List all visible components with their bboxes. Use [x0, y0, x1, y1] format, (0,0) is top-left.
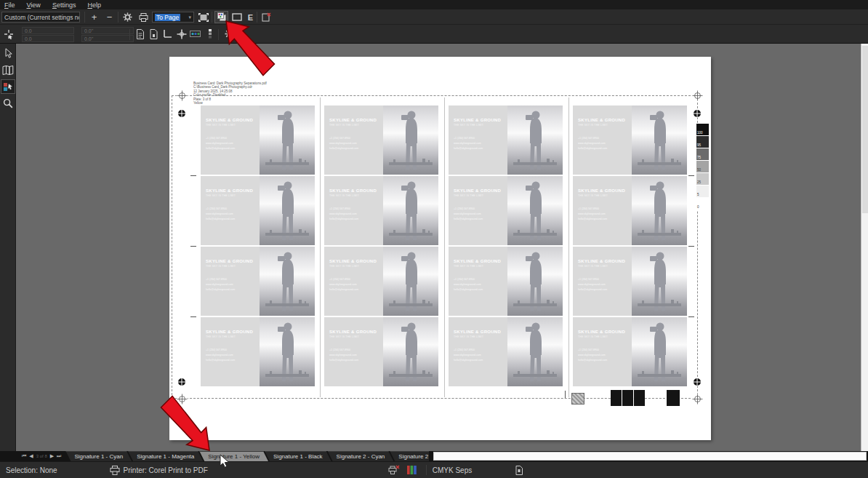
card-email: hello@skylineground.com: [206, 146, 261, 151]
tab-signature-2-cyan[interactable]: Signature 2 - Cyan: [328, 451, 394, 461]
zoom-out-button[interactable]: −: [103, 11, 116, 23]
card-phone: +1 (234) 567-8900: [578, 277, 633, 282]
mirror-button[interactable]: E: [244, 11, 257, 23]
zoom-in-button[interactable]: +: [87, 11, 101, 23]
mark-y-field[interactable]: 0.0: [22, 35, 74, 42]
business-card: SKYLINE & GROUND THE SKY IS THE LIMIT +1…: [324, 105, 438, 175]
pick-tool[interactable]: [1, 46, 15, 60]
card-text: SKYLINE & GROUND THE SKY IS THE LIMIT +1…: [578, 118, 633, 151]
cmyk-colorbar-icon: [407, 465, 417, 475]
card-subtitle: THE SKY IS THE LIMIT: [329, 265, 385, 268]
card-text: SKYLINE & GROUND THE SKY IS THE LIMIT +1…: [454, 118, 509, 151]
card-phone: +1 (234) 567-8900: [454, 136, 509, 141]
zoom-level-dropdown[interactable]: To Page ▾: [152, 12, 194, 23]
tab-signature-1-yellow[interactable]: Signature 1 - Yellow: [199, 451, 268, 461]
card-website: www.skylineground.com: [329, 282, 385, 287]
menu-file[interactable]: File: [4, 1, 15, 9]
card-photo: [507, 105, 563, 175]
card-email: hello@skylineground.com: [454, 287, 509, 292]
card-website: www.skylineground.com: [206, 212, 261, 217]
card-website: www.skylineground.com: [578, 353, 633, 358]
card-phone: +1 (234) 567-8900: [578, 348, 633, 353]
tab-signature-2-magenta[interactable]: Signature 2 - Magenta: [390, 451, 429, 461]
print-densitometer-button[interactable]: [203, 28, 217, 40]
tab-signature-1-black[interactable]: Signature 1 - Black: [265, 451, 331, 461]
enable-color-separations-button[interactable]: [214, 11, 228, 23]
photographer-silhouette: [513, 179, 557, 243]
densitometer-swatch: 95: [696, 136, 709, 148]
vertical-scrollbar[interactable]: [861, 44, 868, 451]
marks-tool-button[interactable]: [1, 28, 15, 40]
minus-icon: −: [107, 12, 113, 22]
mirror-e-icon: E: [248, 13, 253, 22]
card-subtitle: THE SKY IS THE LIMIT: [329, 194, 385, 197]
card-email: hello@skylineground.com: [578, 287, 633, 292]
menu-help[interactable]: Help: [87, 1, 101, 9]
photographer-silhouette: [638, 250, 681, 314]
menu-view[interactable]: View: [27, 1, 41, 9]
prev-page-button[interactable]: ◀: [29, 453, 33, 459]
menu-bar: FileViewSettingsHelp: [0, 0, 868, 9]
registration-mark-icon: [177, 29, 187, 39]
card-subtitle: THE SKY IS THE LIMIT: [578, 194, 633, 197]
card-subtitle: THE SKY IS THE LIMIT: [578, 265, 633, 268]
preset-dropdown[interactable]: Custom (Current settings not ... ▾: [1, 12, 80, 23]
color-separations-icon: [217, 12, 227, 22]
card-title: SKYLINE & GROUND: [454, 259, 509, 263]
print-options-button[interactable]: [121, 11, 134, 23]
mark-height-field[interactable]: 0.0": [81, 35, 134, 42]
print-file-info-button[interactable]: [133, 28, 147, 40]
horizontal-scrollbar[interactable]: [433, 452, 867, 461]
calibration-swatch: [634, 390, 645, 406]
first-page-button[interactable]: ⏮: [22, 453, 26, 459]
densitometer-swatch: 50: [696, 161, 709, 173]
card-photo: [507, 317, 563, 386]
photographer-silhouette: [513, 108, 557, 172]
card-subtitle: THE SKY IS THE LIMIT: [206, 124, 261, 127]
document-icon: [515, 466, 523, 475]
business-card: SKYLINE & GROUND THE SKY IS THE LIMIT +1…: [201, 105, 315, 175]
card-photo: [632, 176, 687, 245]
toolbar-main: Custom (Current settings not ... ▾ + − T…: [0, 9, 868, 25]
separations-printer-icon: [388, 465, 400, 475]
marks-placement-tool[interactable]: [1, 79, 15, 94]
card-email: hello@skylineground.com: [454, 358, 509, 363]
tab-signature-1-cyan[interactable]: Signature 1 - Cyan: [65, 451, 132, 461]
card-text: SKYLINE & GROUND THE SKY IS THE LIMIT +1…: [206, 330, 261, 363]
zoom-tool[interactable]: [1, 96, 15, 111]
imposition-layout-tool[interactable]: [1, 63, 15, 77]
card-title: SKYLINE & GROUND: [329, 330, 385, 334]
card-website: www.skylineground.com: [329, 353, 385, 358]
card-website: www.skylineground.com: [578, 141, 633, 146]
mark-width-field[interactable]: 0.0": [81, 27, 134, 34]
halftone-swatch: [571, 393, 584, 405]
card-text: SKYLINE & GROUND THE SKY IS THE LIMIT +1…: [454, 188, 509, 222]
print-page-numbers-button[interactable]: [147, 28, 161, 40]
last-page-button[interactable]: ⏭: [57, 453, 61, 459]
mark-x-field[interactable]: 0.0: [22, 27, 74, 34]
card-email: hello@skylineground.com: [454, 217, 509, 222]
card-photo: [632, 317, 687, 386]
card-website: www.skylineground.com: [454, 282, 509, 287]
business-card: SKYLINE & GROUND THE SKY IS THE LIMIT +1…: [201, 247, 315, 316]
card-text: SKYLINE & GROUND THE SKY IS THE LIMIT +1…: [454, 330, 509, 363]
card-text: SKYLINE & GROUND THE SKY IS THE LIMIT +1…: [206, 118, 261, 151]
invert-button[interactable]: [230, 11, 244, 23]
print-crop-marks-button[interactable]: [161, 28, 174, 40]
print-registration-marks-button[interactable]: [174, 28, 188, 40]
pick-arrow-icon: [4, 48, 12, 58]
close-print-preview-button[interactable]: [260, 11, 273, 23]
print-calibration-bar-button[interactable]: [188, 28, 202, 40]
menu-settings[interactable]: Settings: [52, 1, 76, 9]
business-card: SKYLINE & GROUND THE SKY IS THE LIMIT +1…: [449, 176, 563, 245]
tab-signature-1-magenta[interactable]: Signature 1 - Magenta: [128, 451, 203, 461]
calibration-swatch: [622, 390, 633, 406]
print-button[interactable]: [137, 11, 150, 23]
card-text: SKYLINE & GROUND THE SKY IS THE LIMIT +1…: [329, 188, 385, 222]
card-title: SKYLINE & GROUND: [578, 118, 633, 122]
full-screen-preview-button[interactable]: [196, 11, 210, 23]
card-photo: [383, 317, 438, 386]
next-page-button[interactable]: ▶: [50, 453, 54, 459]
marks-settings-button[interactable]: [222, 28, 236, 40]
card-title: SKYLINE & GROUND: [454, 188, 509, 193]
